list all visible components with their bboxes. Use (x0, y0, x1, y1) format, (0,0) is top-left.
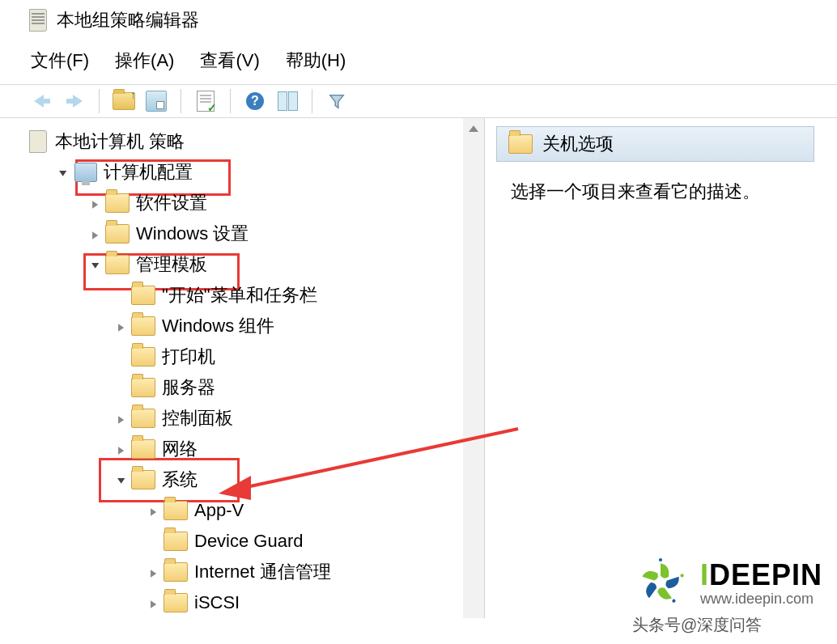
tree-label: 计算机配置 (104, 160, 193, 184)
expander-none (146, 534, 162, 549)
folder-icon (131, 409, 155, 428)
chevron-down-icon[interactable] (87, 257, 104, 273)
chevron-right-icon[interactable] (87, 196, 104, 211)
splitter[interactable] (460, 118, 484, 618)
tree-item-windows-components[interactable]: Windows 组件 (23, 311, 460, 341)
svg-point-3 (680, 574, 684, 578)
folder-icon (131, 470, 155, 489)
toolbar: ? (0, 84, 837, 118)
up-folder-button[interactable] (113, 90, 135, 112)
chevron-down-icon[interactable] (113, 472, 130, 488)
help-button[interactable]: ? (244, 90, 266, 112)
folder-icon (508, 134, 533, 154)
tree-item-printers[interactable]: 打印机 (23, 341, 460, 372)
back-button[interactable] (31, 90, 53, 112)
policy-icon (29, 130, 47, 153)
tree-item-device-guard[interactable]: Device Guard (23, 526, 460, 557)
tree-label: Windows 设置 (136, 222, 249, 246)
tree-item-admin-templates[interactable]: 管理模板 (23, 249, 460, 280)
folder-icon (164, 562, 188, 582)
tree-label: "开始"菜单和任务栏 (162, 283, 317, 307)
export-list-button[interactable] (194, 90, 217, 112)
tree-label: 打印机 (162, 345, 215, 369)
folder-icon (105, 224, 130, 244)
menu-action[interactable]: 操作(A) (115, 49, 174, 73)
toolbar-separator (230, 89, 231, 113)
scroll-up-icon[interactable] (463, 118, 484, 139)
menu-file[interactable]: 文件(F) (31, 49, 89, 73)
watermark-brand: IDEEPIN (700, 558, 822, 592)
tree-label: App-V (194, 500, 244, 521)
chevron-right-icon[interactable] (87, 227, 104, 242)
tree-item-software-settings[interactable]: 软件设置 (23, 188, 460, 218)
folder-icon (131, 439, 155, 459)
tree-label: 控制面板 (162, 406, 233, 430)
toolbar-separator (312, 89, 312, 113)
expander-none (113, 380, 130, 395)
folder-icon (105, 193, 130, 213)
tree-item-start-taskbar[interactable]: "开始"菜单和任务栏 (23, 280, 460, 311)
chevron-right-icon[interactable] (146, 503, 162, 519)
tree-root[interactable]: 本地计算机 策略 (23, 126, 460, 157)
chevron-right-icon[interactable] (113, 319, 130, 334)
svg-point-4 (671, 599, 676, 604)
details-description: 选择一个项目来查看它的描述。 (496, 180, 814, 204)
chevron-right-icon[interactable] (146, 565, 162, 580)
chevron-right-icon[interactable] (113, 442, 130, 457)
expander-none (113, 350, 130, 364)
ideepin-logo-icon (632, 554, 689, 611)
toolbar-separator (181, 89, 181, 113)
folder-icon (131, 347, 155, 366)
watermark-credit: 头条号@深度问答 (632, 614, 822, 636)
tree-label: 软件设置 (136, 191, 207, 215)
tree-item-appv[interactable]: App-V (23, 495, 460, 526)
filter-button[interactable] (325, 90, 348, 112)
tree-label: iSCSI (194, 592, 240, 613)
computer-icon (74, 163, 97, 182)
forward-button[interactable] (63, 90, 86, 112)
tree-label: 网络 (162, 437, 198, 461)
tree-label: Internet 通信管理 (194, 560, 331, 584)
folder-icon (131, 286, 155, 305)
tree-item-computer-config[interactable]: 计算机配置 (23, 157, 460, 188)
tree-label: 系统 (162, 468, 198, 492)
showhide-console-button[interactable] (276, 90, 299, 112)
tree-item-server[interactable]: 服务器 (23, 372, 460, 403)
folder-icon (164, 501, 188, 520)
vertical-scrollbar[interactable] (463, 118, 484, 618)
tree-label: 服务器 (162, 375, 215, 400)
details-header: 关机选项 (496, 126, 814, 162)
toolbar-separator (99, 89, 100, 113)
tree-item-iscsi[interactable]: iSCSI (23, 587, 460, 618)
tree-item-system[interactable]: 系统 (23, 464, 460, 495)
tree-label: Device Guard (194, 531, 304, 552)
expander-none (113, 288, 130, 303)
folder-icon (164, 532, 188, 551)
folder-icon (105, 255, 130, 274)
tree-label: 管理模板 (136, 252, 207, 277)
tree-label: Windows 组件 (162, 314, 274, 338)
details-title: 关机选项 (542, 132, 614, 156)
tree-item-network[interactable]: 网络 (23, 434, 460, 464)
details-pane: 关机选项 选择一个项目来查看它的描述。 (484, 118, 814, 618)
menu-view[interactable]: 查看(V) (200, 49, 259, 73)
menubar: 文件(F) 操作(A) 查看(V) 帮助(H) (0, 37, 837, 84)
watermark-domain: www.ideepin.com (700, 591, 822, 608)
tree-item-internet-comm[interactable]: Internet 通信管理 (23, 557, 460, 587)
chevron-right-icon[interactable] (113, 411, 130, 426)
watermark: IDEEPIN www.ideepin.com 头条号@深度问答 (632, 554, 822, 636)
tree-item-control-panel[interactable]: 控制面板 (23, 403, 460, 434)
properties-button[interactable] (145, 90, 168, 112)
titlebar: 本地组策略编辑器 (0, 0, 837, 37)
app-icon (29, 9, 47, 32)
tree: 本地计算机 策略 计算机配置 软件设置 Windows 设置 (23, 118, 460, 618)
console-tree-pane: 本地计算机 策略 计算机配置 软件设置 Windows 设置 (23, 118, 460, 618)
menu-help[interactable]: 帮助(H) (286, 49, 346, 73)
folder-icon (164, 593, 188, 612)
tree-label: 本地计算机 策略 (55, 129, 185, 154)
window-title: 本地组策略编辑器 (57, 8, 199, 32)
tree-item-windows-settings[interactable]: Windows 设置 (23, 218, 460, 249)
chevron-down-icon[interactable] (55, 165, 71, 180)
chevron-right-icon[interactable] (146, 595, 162, 611)
svg-point-2 (659, 558, 662, 561)
